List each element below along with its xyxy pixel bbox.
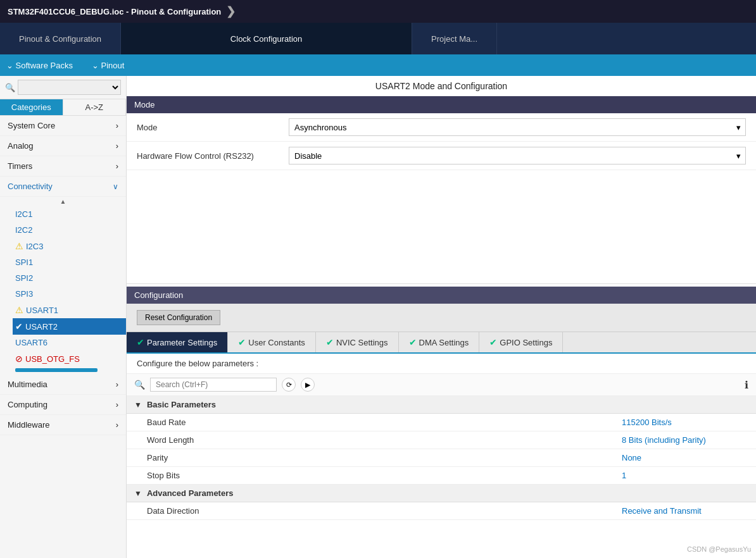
tab-pinout[interactable]: Pinout & Configuration bbox=[0, 23, 121, 54]
sidebar-tab-az[interactable]: A->Z bbox=[63, 99, 127, 115]
chevron-right-icon: › bbox=[116, 141, 118, 151]
check-circle-icon: ✔ bbox=[15, 321, 23, 332]
param-section: ▼ Basic Parameters Baud Rate 115200 Bits… bbox=[127, 396, 756, 520]
chevron-right-icon: › bbox=[116, 420, 118, 430]
param-data-direction: Data Direction Receive and Transmit bbox=[127, 502, 756, 520]
tab-clock[interactable]: Clock Configuration bbox=[121, 23, 412, 54]
check-icon: ✔ bbox=[326, 337, 334, 347]
sidebar-sub-usart6[interactable]: USART6 bbox=[15, 335, 126, 350]
check-icon: ✔ bbox=[137, 337, 144, 347]
mode-spacer bbox=[127, 170, 756, 284]
info-icon: ℹ bbox=[745, 379, 748, 391]
param-nav-next-btn[interactable]: ▶ bbox=[301, 378, 315, 392]
disabled-icon: ⊘ bbox=[15, 354, 23, 364]
hw-flow-select-wrapper: Disable CTS Only RTS Only CTS/RTS bbox=[289, 147, 746, 164]
sidebar-item-timers[interactable]: Timers › bbox=[0, 156, 126, 177]
sidebar-search-select[interactable] bbox=[18, 80, 121, 95]
hw-flow-label: Hardware Flow Control (RS232) bbox=[137, 151, 289, 161]
sidebar-search-area: 🔍 bbox=[0, 76, 126, 99]
param-parity: Parity None bbox=[127, 449, 756, 467]
check-icon: ✔ bbox=[238, 337, 246, 347]
config-subtitle: Configure the below parameters : bbox=[127, 354, 756, 374]
sidebar-tab-categories[interactable]: Categories bbox=[0, 99, 63, 115]
chevron-right-icon: › bbox=[116, 161, 118, 171]
config-toolbar: Reset Configuration bbox=[127, 304, 756, 332]
search-icon: 🔍 bbox=[5, 83, 15, 92]
param-search-row: 🔍 ⟳ ▶ ℹ bbox=[127, 374, 756, 396]
sidebar-sub-usart2[interactable]: ✔ USART2 bbox=[13, 318, 126, 335]
param-stop-bits: Stop Bits 1 bbox=[127, 467, 756, 485]
hw-flow-select[interactable]: Disable CTS Only RTS Only CTS/RTS bbox=[289, 147, 746, 164]
chevron-down-icon: ∨ bbox=[113, 182, 118, 191]
tab-user-constants[interactable]: ✔ User Constants bbox=[228, 332, 316, 352]
sidebar-sub-spi1[interactable]: SPI1 bbox=[15, 254, 126, 270]
config-tabs: ✔ Parameter Settings ✔ User Constants ✔ … bbox=[127, 332, 756, 354]
mode-select[interactable]: Asynchronous Synchronous Single Wire LIN… bbox=[289, 118, 746, 136]
section-title: USART2 Mode and Configuration bbox=[127, 76, 756, 96]
sidebar-item-connectivity[interactable]: Connectivity ∨ bbox=[0, 177, 126, 197]
watermark: CSDN @PegasusYu bbox=[687, 545, 751, 553]
chevron-right-icon: › bbox=[116, 121, 118, 130]
sidebar-sub-usart1[interactable]: ⚠ USART1 bbox=[15, 302, 126, 318]
sidebar-item-computing[interactable]: Computing › bbox=[0, 395, 126, 415]
config-header: Configuration bbox=[127, 287, 756, 304]
title-arrow: ❯ bbox=[226, 4, 236, 18]
chevron-right-icon: › bbox=[116, 380, 118, 389]
search-icon: 🔍 bbox=[134, 380, 145, 390]
param-baud-rate: Baud Rate 115200 Bits/s bbox=[127, 414, 756, 431]
toolbar: ⌄ Software Packs ⌄ Pinout bbox=[0, 54, 756, 76]
connectivity-collapse-arrow[interactable]: ▲ bbox=[0, 197, 126, 206]
advanced-params-group[interactable]: ▼ Advanced Parameters bbox=[127, 485, 756, 502]
hw-flow-row: Hardware Flow Control (RS232) Disable CT… bbox=[127, 142, 756, 170]
param-search-input[interactable] bbox=[150, 378, 277, 392]
tab-bar: Pinout & Configuration Clock Configurati… bbox=[0, 23, 756, 54]
chevron-right-icon: › bbox=[116, 400, 118, 409]
check-icon: ✔ bbox=[489, 337, 497, 347]
sidebar: 🔍 Categories A->Z System Core › Analog › bbox=[0, 76, 127, 558]
sidebar-item-analog[interactable]: Analog › bbox=[0, 136, 126, 156]
sidebar-sub-spi3[interactable]: SPI3 bbox=[15, 286, 126, 302]
software-packs-btn[interactable]: ⌄ Software Packs bbox=[6, 61, 73, 70]
main-layout: 🔍 Categories A->Z System Core › Analog › bbox=[0, 76, 756, 558]
sidebar-sub-i2c2[interactable]: I2C2 bbox=[15, 222, 126, 238]
sidebar-tab-bar: Categories A->Z bbox=[0, 99, 126, 116]
content-area: USART2 Mode and Configuration Mode Mode … bbox=[127, 76, 756, 558]
title-text: STM32F401CCU6_DEBUG.ioc - Pinout & Confi… bbox=[8, 7, 221, 16]
tab-gpio-settings[interactable]: ✔ GPIO Settings bbox=[479, 332, 563, 352]
mode-header: Mode bbox=[127, 96, 756, 113]
mode-row: Mode Asynchronous Synchronous Single Wir… bbox=[127, 113, 756, 142]
reset-configuration-button[interactable]: Reset Configuration bbox=[137, 310, 220, 325]
connectivity-children: I2C1 I2C2 ⚠ I2C3 SPI1 SPI2 SPI3 ⚠ USART1 bbox=[0, 206, 126, 372]
warning-icon: ⚠ bbox=[15, 241, 23, 251]
tab-parameter-settings[interactable]: ✔ Parameter Settings bbox=[127, 332, 228, 352]
collapse-icon: ▼ bbox=[134, 400, 142, 409]
title-bar: STM32F401CCU6_DEBUG.ioc - Pinout & Confi… bbox=[0, 0, 756, 23]
warning-icon: ⚠ bbox=[15, 305, 23, 315]
sidebar-item-multimedia[interactable]: Multimedia › bbox=[0, 375, 126, 395]
sidebar-sub-spi2[interactable]: SPI2 bbox=[15, 270, 126, 286]
sidebar-item-middleware[interactable]: Middleware › bbox=[0, 415, 126, 435]
collapse-icon: ▼ bbox=[134, 489, 142, 498]
param-nav-prev-btn[interactable]: ⟳ bbox=[282, 378, 296, 392]
tab-dma-settings[interactable]: ✔ DMA Settings bbox=[399, 332, 480, 352]
sidebar-item-system-core[interactable]: System Core › bbox=[0, 116, 126, 136]
mode-select-wrapper: Asynchronous Synchronous Single Wire LIN… bbox=[289, 118, 746, 136]
sidebar-sub-i2c1[interactable]: I2C1 bbox=[15, 206, 126, 222]
param-word-length: Word Length 8 Bits (including Parity) bbox=[127, 431, 756, 449]
sidebar-sub-usb-otg-fs[interactable]: ⊘ USB_OTG_FS bbox=[15, 350, 126, 367]
tab-nvic-settings[interactable]: ✔ NVIC Settings bbox=[316, 332, 399, 352]
usb-progress-bar bbox=[15, 368, 98, 372]
basic-params-group[interactable]: ▼ Basic Parameters bbox=[127, 396, 756, 414]
tab-project[interactable]: Project Ma... bbox=[412, 23, 497, 54]
sidebar-sub-i2c3[interactable]: ⚠ I2C3 bbox=[15, 238, 126, 254]
pinout-btn[interactable]: ⌄ Pinout bbox=[92, 61, 124, 70]
mode-label: Mode bbox=[137, 123, 289, 132]
check-icon: ✔ bbox=[409, 337, 417, 347]
